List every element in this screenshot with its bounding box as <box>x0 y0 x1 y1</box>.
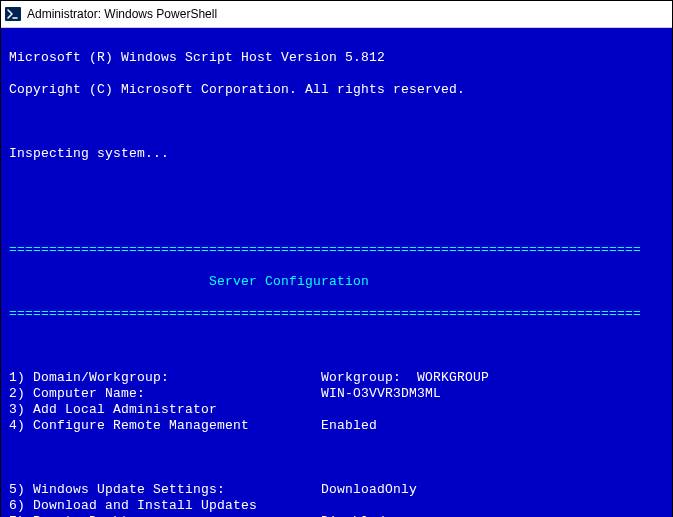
divider-bottom: ========================================… <box>9 306 664 322</box>
menu-item-value <box>321 498 664 514</box>
menu-item: 2) Computer Name:WIN-O3VVR3DM3ML <box>9 386 664 402</box>
section-title: Server Configuration <box>9 274 664 290</box>
menu-item-label: 1) Domain/Workgroup: <box>9 370 321 386</box>
header-line-2: Copyright (C) Microsoft Corporation. All… <box>9 82 664 98</box>
menu-item-label: 6) Download and Install Updates <box>9 498 321 514</box>
menu-item: 1) Domain/Workgroup:Workgroup: WORKGROUP <box>9 370 664 386</box>
menu-item-value: Workgroup: WORKGROUP <box>321 370 664 386</box>
divider-top: ========================================… <box>9 242 664 258</box>
menu-item: 4) Configure Remote ManagementEnabled <box>9 418 664 434</box>
powershell-icon <box>5 6 21 22</box>
menu-item-label: 4) Configure Remote Management <box>9 418 321 434</box>
menu-item: 6) Download and Install Updates <box>9 498 664 514</box>
menu-item-value: WIN-O3VVR3DM3ML <box>321 386 664 402</box>
menu-item-value: DownloadOnly <box>321 482 664 498</box>
terminal-body[interactable]: Microsoft (R) Windows Script Host Versio… <box>1 28 672 517</box>
menu-item: 5) Windows Update Settings:DownloadOnly <box>9 482 664 498</box>
menu-item: 3) Add Local Administrator <box>9 402 664 418</box>
menu-item-value: Enabled <box>321 418 664 434</box>
svg-rect-0 <box>5 7 21 21</box>
menu-item-label: 2) Computer Name: <box>9 386 321 402</box>
powershell-window: Administrator: Windows PowerShell Micros… <box>0 0 673 517</box>
menu-item-value <box>321 402 664 418</box>
menu-item-label: 3) Add Local Administrator <box>9 402 321 418</box>
titlebar[interactable]: Administrator: Windows PowerShell <box>1 1 672 28</box>
header-line-1: Microsoft (R) Windows Script Host Versio… <box>9 50 664 66</box>
window-title: Administrator: Windows PowerShell <box>27 7 217 21</box>
inspecting-line: Inspecting system... <box>9 146 664 162</box>
menu-item-label: 5) Windows Update Settings: <box>9 482 321 498</box>
